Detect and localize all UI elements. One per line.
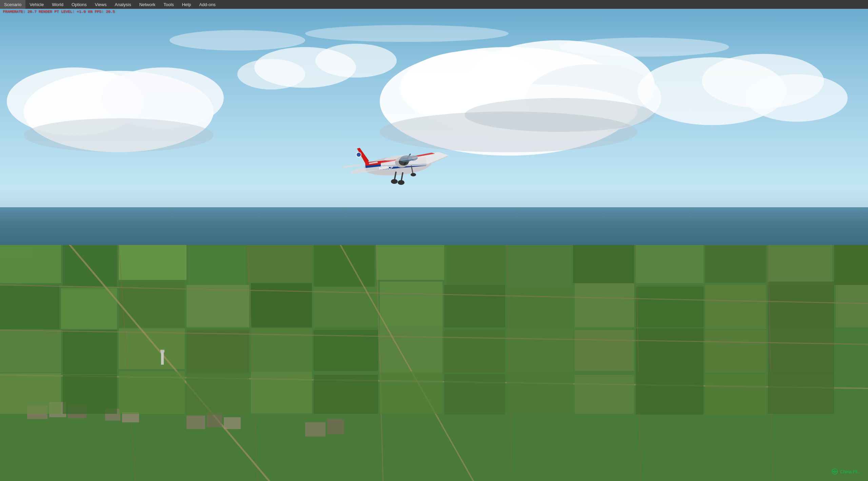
svg-rect-27 xyxy=(376,245,444,280)
menu-item-analysis[interactable]: Analysis xyxy=(111,0,135,9)
svg-rect-52 xyxy=(186,330,249,373)
svg-rect-82 xyxy=(327,419,344,434)
svg-rect-51 xyxy=(119,328,185,369)
svg-rect-94 xyxy=(705,374,766,415)
menu-item-addons[interactable]: Add-ons xyxy=(195,0,219,9)
menu-item-world[interactable]: World xyxy=(48,0,67,9)
svg-rect-31 xyxy=(636,245,704,283)
svg-rect-41 xyxy=(380,282,442,327)
simulation-viewport: N990CP China Fli... xyxy=(0,9,868,481)
svg-rect-50 xyxy=(63,330,117,374)
svg-rect-28 xyxy=(446,245,505,286)
menu-item-tools[interactable]: Tools xyxy=(159,0,178,9)
svg-rect-55 xyxy=(380,327,442,373)
svg-point-125 xyxy=(357,153,361,157)
menu-item-views[interactable]: Views xyxy=(91,0,111,9)
menu-item-options[interactable]: Options xyxy=(67,0,91,9)
svg-rect-83 xyxy=(0,373,61,414)
svg-rect-36 xyxy=(61,288,117,329)
svg-point-116 xyxy=(391,179,398,184)
menu-item-scenario[interactable]: Scenario xyxy=(0,0,25,9)
svg-rect-90 xyxy=(444,374,505,415)
svg-rect-48 xyxy=(836,285,868,327)
menu-item-vehicle[interactable]: Vehicle xyxy=(25,0,48,9)
svg-rect-38 xyxy=(186,285,249,327)
svg-point-119 xyxy=(411,173,416,176)
svg-rect-47 xyxy=(768,282,834,327)
svg-rect-25 xyxy=(248,245,312,282)
svg-rect-42 xyxy=(444,285,505,327)
svg-rect-44 xyxy=(575,283,634,327)
svg-rect-58 xyxy=(575,330,634,371)
svg-rect-45 xyxy=(636,287,704,327)
svg-rect-33 xyxy=(768,245,832,285)
svg-rect-43 xyxy=(507,287,573,327)
svg-rect-35 xyxy=(0,285,59,329)
svg-rect-78 xyxy=(186,416,205,429)
svg-rect-56 xyxy=(444,330,505,372)
svg-rect-59 xyxy=(636,328,704,372)
menu-bar: ScenarioVehicleWorldOptionsViewsAnalysis… xyxy=(0,0,868,9)
svg-rect-57 xyxy=(507,328,573,372)
aircraft: N990CP xyxy=(330,132,466,199)
svg-rect-60 xyxy=(705,330,766,372)
svg-rect-81 xyxy=(305,422,326,437)
svg-rect-29 xyxy=(507,245,571,287)
svg-rect-86 xyxy=(186,374,249,415)
svg-rect-89 xyxy=(380,371,442,414)
svg-rect-97 xyxy=(161,351,164,365)
svg-rect-96 xyxy=(0,245,34,259)
svg-rect-98 xyxy=(160,350,164,352)
svg-rect-30 xyxy=(573,245,634,283)
menu-item-help[interactable]: Help xyxy=(178,0,195,9)
svg-rect-23 xyxy=(119,245,186,280)
svg-rect-34 xyxy=(834,245,868,285)
svg-rect-88 xyxy=(314,375,378,414)
svg-rect-61 xyxy=(768,327,834,373)
menu-item-network[interactable]: Network xyxy=(135,0,160,9)
svg-rect-80 xyxy=(224,417,241,429)
svg-rect-92 xyxy=(575,375,634,414)
svg-rect-85 xyxy=(119,371,185,414)
svg-rect-93 xyxy=(636,372,704,415)
svg-rect-39 xyxy=(251,283,312,327)
ground-terrain xyxy=(0,245,868,481)
svg-rect-84 xyxy=(63,375,117,414)
svg-rect-46 xyxy=(705,285,766,329)
svg-rect-95 xyxy=(768,371,834,414)
svg-rect-24 xyxy=(188,246,246,287)
watermark-text: China Fli... xyxy=(840,469,861,474)
svg-point-117 xyxy=(398,180,405,185)
svg-marker-108 xyxy=(343,164,361,168)
svg-rect-49 xyxy=(0,330,61,372)
hud-text: FRAMERATE: 20.7 RENDER PT LEVEL: +1.0 KN… xyxy=(3,9,115,14)
svg-rect-32 xyxy=(705,245,766,283)
svg-rect-22 xyxy=(63,245,117,287)
watermark: China Fli... xyxy=(831,468,861,475)
hud-overlay: FRAMERATE: 20.7 RENDER PT LEVEL: +1.0 KN… xyxy=(3,9,115,14)
svg-rect-91 xyxy=(507,372,573,413)
svg-rect-87 xyxy=(251,372,312,413)
